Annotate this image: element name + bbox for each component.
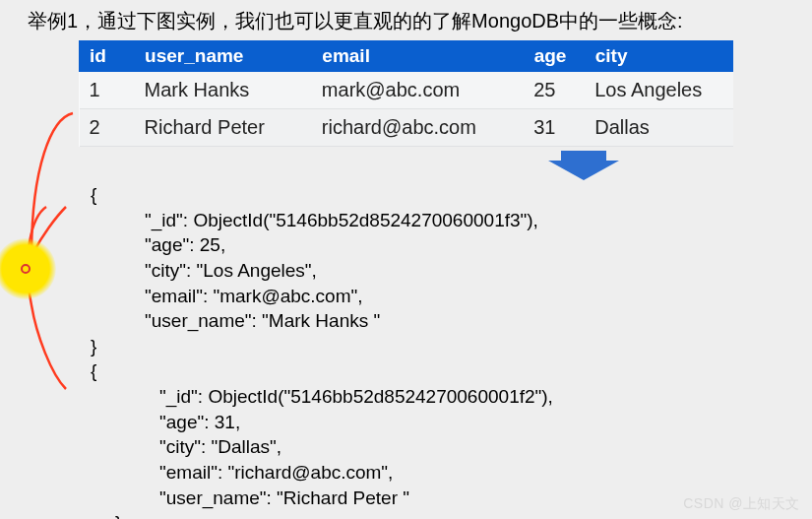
th-user-name: user_name bbox=[135, 41, 312, 72]
table-row: 2 Richard Peter richard@abc.com 31 Dalla… bbox=[80, 109, 733, 147]
doc-line: "age": 25, bbox=[145, 232, 735, 258]
doc-line: "age": 31, bbox=[159, 410, 735, 435]
doc-line: "email": "richard@abc.com", bbox=[159, 460, 735, 486]
cell-user-name: Richard Peter bbox=[135, 109, 312, 147]
th-id: id bbox=[80, 41, 135, 72]
cursor-target-icon bbox=[21, 264, 31, 274]
document-code-block: { "_id": ObjectId("5146bb52d852427006000… bbox=[81, 182, 735, 519]
cell-user-name: Mark Hanks bbox=[135, 72, 312, 109]
doc-line: "email": "mark@abc.com", bbox=[145, 284, 735, 309]
brace-open: { bbox=[91, 358, 735, 384]
watermark-text: CSDN @上知天文 bbox=[683, 495, 800, 513]
brace-open: { bbox=[91, 182, 735, 208]
cell-age: 25 bbox=[524, 72, 585, 109]
th-age: age bbox=[524, 41, 585, 72]
doc-line: "city": "Los Angeles", bbox=[145, 258, 735, 284]
data-table: id user_name email age city 1 Mark Hanks… bbox=[79, 40, 733, 147]
brace-close: } bbox=[115, 510, 735, 519]
th-email: email bbox=[312, 41, 524, 72]
caption-text: 举例1，通过下图实例，我们也可以更直观的的了解MongoDB中的一些概念: bbox=[0, 0, 812, 40]
cell-id: 2 bbox=[80, 109, 135, 147]
cell-city: Dallas bbox=[585, 109, 732, 147]
th-city: city bbox=[585, 41, 732, 72]
cell-city: Los Angeles bbox=[585, 72, 732, 109]
cursor-highlight-icon bbox=[0, 238, 56, 299]
cell-email: mark@abc.com bbox=[312, 72, 524, 109]
doc-line: "city": "Dallas", bbox=[159, 434, 735, 460]
cell-email: richard@abc.com bbox=[312, 109, 524, 147]
doc-line: "user_name": "Mark Hanks " bbox=[145, 308, 735, 334]
doc-line: "user_name": "Richard Peter " bbox=[159, 486, 735, 511]
doc-line: "_id": ObjectId("5146bb52d8524270060001f… bbox=[159, 384, 735, 410]
arrow-down-icon bbox=[354, 151, 812, 180]
cell-id: 1 bbox=[80, 72, 135, 109]
doc-line: "_id": ObjectId("5146bb52d8524270060001f… bbox=[145, 208, 735, 233]
relational-table: id user_name email age city 1 Mark Hanks… bbox=[79, 40, 733, 147]
cell-age: 31 bbox=[524, 109, 585, 147]
brace-close: } bbox=[91, 334, 735, 359]
table-row: 1 Mark Hanks mark@abc.com 25 Los Angeles bbox=[80, 72, 733, 109]
